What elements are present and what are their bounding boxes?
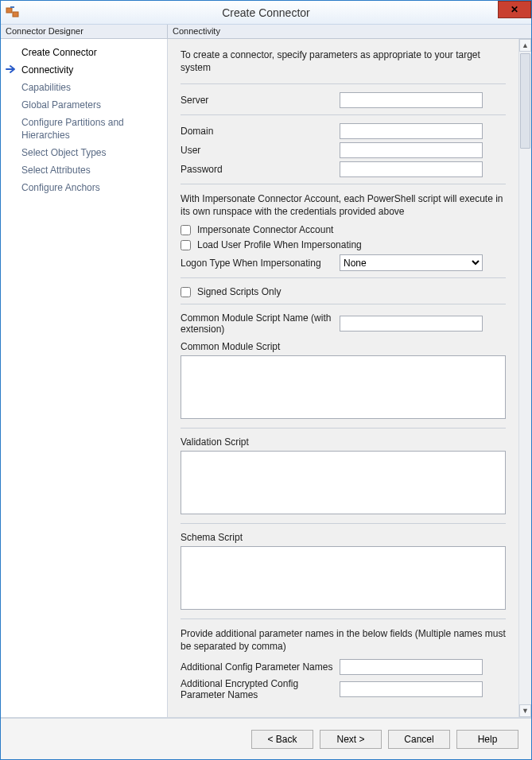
divider — [181, 277, 506, 278]
sidebar-item-label: Configure Anchors — [21, 182, 100, 193]
sidebar-item-capabilities[interactable]: Capabilities — [1, 79, 167, 96]
scrollbar-thumb[interactable] — [520, 53, 530, 149]
load-profile-checkbox-label: Load User Profile When Impersonating — [197, 239, 362, 250]
sidebar-item-connectivity[interactable]: Connectivity — [1, 61, 167, 79]
divider — [181, 523, 506, 524]
close-button[interactable]: ✕ — [498, 1, 531, 18]
sidebar-item-label: Configure Partitions and Hierarchies — [21, 117, 124, 141]
intro-text: To create a connector, specify parameter… — [181, 48, 506, 74]
password-input[interactable] — [340, 161, 483, 177]
sidebar-item-label: Connectivity — [21, 64, 73, 76]
common-module-name-input[interactable] — [340, 316, 483, 332]
domain-label: Domain — [181, 126, 340, 137]
server-input[interactable] — [340, 92, 483, 108]
scroll-up-button[interactable]: ▲ — [519, 39, 531, 52]
close-icon: ✕ — [511, 4, 518, 15]
validation-script-label: Validation Script — [181, 436, 506, 448]
divider — [181, 428, 506, 428]
domain-input[interactable] — [340, 123, 483, 139]
titlebar: Create Connector ✕ — [1, 1, 531, 25]
user-input[interactable] — [340, 142, 483, 158]
divider — [181, 304, 506, 304]
section-headers: Connector Designer Connectivity — [1, 25, 531, 39]
load-profile-checkbox[interactable] — [181, 240, 191, 250]
sidebar-item-global-parameters[interactable]: Global Parameters — [1, 96, 167, 114]
sidebar-header: Connector Designer — [1, 25, 168, 39]
sidebar-item-label: Global Parameters — [21, 99, 101, 111]
sidebar-item-label: Select Object Types — [21, 147, 107, 158]
content-header: Connectivity — [168, 25, 531, 39]
footer: < Back Next > Cancel Help — [1, 718, 531, 759]
additional-enc-config-label: Additional Encrypted Config Parameter Na… — [181, 678, 340, 700]
additional-enc-config-input[interactable] — [340, 681, 483, 697]
schema-script-textarea[interactable] — [181, 546, 506, 610]
logon-type-select[interactable]: None — [340, 254, 483, 271]
signed-scripts-checkbox[interactable] — [181, 287, 191, 297]
sidebar-item-label: Capabilities — [21, 82, 71, 93]
logon-type-label: Logon Type When Impersonating — [181, 258, 340, 269]
divider — [181, 114, 506, 115]
sidebar-item-label: Select Attributes — [21, 165, 91, 176]
schema-script-label: Schema Script — [181, 532, 506, 543]
divider — [181, 184, 506, 184]
common-module-script-label: Common Module Script — [181, 341, 506, 352]
additional-config-input[interactable] — [340, 659, 483, 675]
cancel-button[interactable]: Cancel — [388, 730, 450, 749]
server-label: Server — [181, 95, 340, 106]
common-module-script-textarea[interactable] — [181, 355, 506, 419]
sidebar-item-partitions[interactable]: Configure Partitions and Hierarchies — [1, 114, 167, 144]
additional-params-note: Provide additional parameter names in th… — [181, 627, 506, 653]
chevron-down-icon: ▼ — [522, 707, 529, 715]
sidebar-item-label: Create Connector — [21, 47, 97, 58]
back-button[interactable]: < Back — [251, 730, 313, 749]
sidebar-item-object-types[interactable]: Select Object Types — [1, 144, 167, 161]
sidebar: Create Connector Connectivity Capabiliti… — [1, 39, 168, 717]
app-icon — [6, 6, 20, 20]
next-button[interactable]: Next > — [320, 730, 382, 749]
help-button[interactable]: Help — [456, 730, 518, 749]
sidebar-item-create-connector[interactable]: Create Connector — [1, 44, 167, 61]
sidebar-item-anchors[interactable]: Configure Anchors — [1, 179, 167, 196]
arrow-right-icon — [6, 64, 17, 77]
password-label: Password — [181, 164, 340, 175]
user-label: User — [181, 145, 340, 156]
window-title: Create Connector — [1, 6, 531, 19]
sidebar-item-attributes[interactable]: Select Attributes — [1, 161, 167, 179]
validation-script-textarea[interactable] — [181, 451, 506, 514]
impersonate-note: With Impersonate Connector Account, each… — [181, 192, 506, 218]
impersonate-checkbox-label: Impersonate Connector Account — [197, 224, 333, 235]
vertical-scrollbar[interactable]: ▲ ▼ — [518, 39, 531, 717]
svg-rect-1 — [13, 12, 18, 17]
impersonate-checkbox[interactable] — [181, 225, 191, 235]
scrollbar-track[interactable] — [519, 52, 531, 704]
svg-rect-0 — [6, 8, 12, 13]
signed-scripts-checkbox-label: Signed Scripts Only — [197, 286, 281, 297]
content-pane: To create a connector, specify parameter… — [168, 39, 518, 717]
chevron-up-icon: ▲ — [522, 41, 529, 49]
additional-config-label: Additional Config Parameter Names — [181, 661, 340, 673]
common-module-name-label: Common Module Script Name (with extensio… — [181, 312, 340, 335]
svg-rect-2 — [10, 6, 14, 8]
scroll-down-button[interactable]: ▼ — [519, 704, 531, 717]
divider — [181, 83, 506, 84]
divider — [181, 618, 506, 619]
